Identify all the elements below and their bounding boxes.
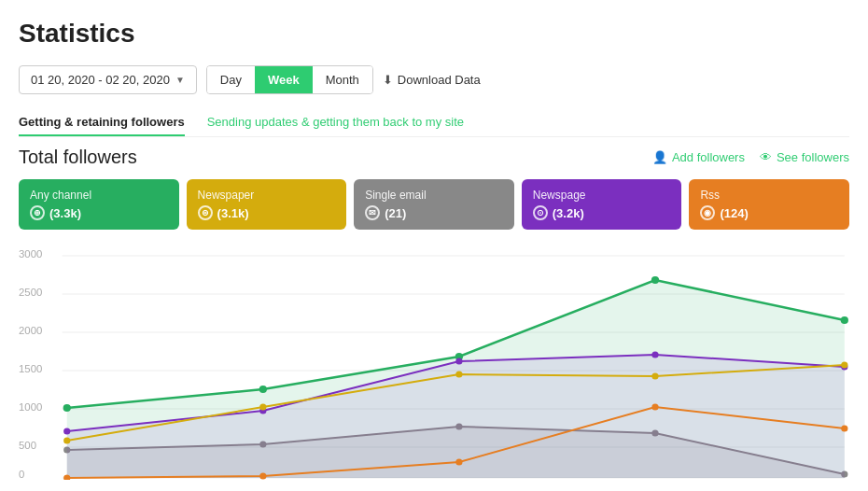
svg-point-15 [63,404,71,412]
newspage-icon: ⊙ [533,205,548,220]
card-newspaper[interactable]: Newspaper ⊜ (3.1k) [187,179,347,230]
month-button[interactable]: Month [313,66,372,93]
svg-text:1000: 1000 [19,401,42,413]
card-newspage[interactable]: Newspage ⊙ (3.2k) [522,179,682,230]
date-range-picker[interactable]: 01 20, 2020 - 02 20, 2020 ▼ [19,65,197,94]
section-header: Total followers 👤 Add followers 👁 See fo… [19,147,849,168]
section-title: Total followers [19,147,137,168]
add-followers-icon: 👤 [652,150,667,164]
svg-point-39 [455,459,462,466]
day-button[interactable]: Day [207,66,255,93]
toolbar: 01 20, 2020 - 02 20, 2020 ▼ Day Week Mon… [19,65,849,94]
svg-text:3000: 3000 [19,248,42,260]
header-actions: 👤 Add followers 👁 See followers [652,150,849,164]
svg-text:2500: 2500 [19,287,42,298]
rss-icon: ◉ [700,205,715,220]
single-email-icon: ✉ [365,205,380,220]
download-icon: ⬇ [383,73,393,87]
download-button[interactable]: ⬇ Download Data [383,73,481,87]
time-period-selector: Day Week Month [206,65,373,94]
newspaper-icon: ⊜ [198,205,213,220]
week-button[interactable]: Week [255,66,313,93]
channel-cards: Any channel ⊕ (3.3k) Newspaper ⊜ (3.1k) … [19,179,849,230]
svg-point-27 [63,428,70,435]
svg-text:1500: 1500 [19,363,42,374]
svg-point-29 [455,358,462,365]
chart-area: 3000 2500 2000 1500 1000 500 0 [19,246,849,491]
tab-getting-retaining[interactable]: Getting & retaining followers [19,109,185,136]
svg-text:2000: 2000 [19,325,42,336]
svg-point-38 [259,473,266,480]
tab-sending-updates[interactable]: Sending updates & getting them back to m… [207,109,464,136]
svg-point-41 [841,426,847,432]
see-followers-icon: 👁 [760,150,772,164]
card-single-email[interactable]: Single email ✉ (21) [354,179,514,230]
any-channel-icon: ⊕ [30,205,45,220]
svg-text:0: 0 [19,469,24,480]
add-followers-button[interactable]: 👤 Add followers [652,150,745,164]
svg-point-36 [841,362,847,369]
svg-point-18 [651,276,659,284]
chevron-down-icon: ▼ [175,75,185,85]
svg-point-34 [455,372,462,378]
svg-text:500: 500 [19,440,36,451]
svg-point-30 [651,352,658,358]
svg-point-33 [259,404,266,411]
card-any-channel[interactable]: Any channel ⊕ (3.3k) [19,179,179,230]
page-title: Statistics [19,19,849,49]
tab-bar: Getting & retaining followers Sending up… [19,109,849,137]
svg-point-35 [651,373,658,380]
line-chart: 3000 2500 2000 1500 1000 500 0 [19,246,849,480]
svg-point-16 [259,386,267,393]
svg-point-32 [63,438,70,444]
card-rss[interactable]: Rss ◉ (124) [689,179,849,230]
svg-point-40 [651,404,658,411]
svg-point-19 [841,316,848,324]
see-followers-button[interactable]: 👁 See followers [760,150,849,164]
date-range-value: 01 20, 2020 - 02 20, 2020 [31,73,170,87]
